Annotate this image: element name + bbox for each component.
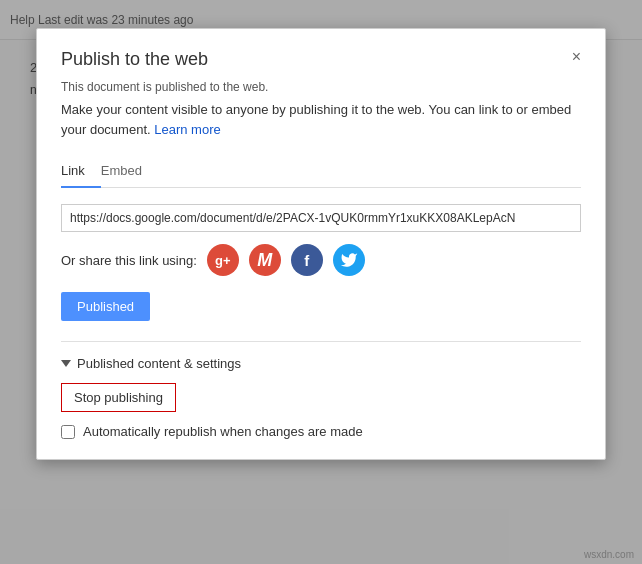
auto-republish-checkbox[interactable] (61, 425, 75, 439)
tab-bar: Link Embed (61, 155, 581, 188)
facebook-icon[interactable]: f (291, 244, 323, 276)
publish-modal: Publish to the web × This document is pu… (36, 28, 606, 460)
google-plus-icon[interactable]: g+ (207, 244, 239, 276)
modal-title: Publish to the web (61, 49, 208, 70)
share-label: Or share this link using: (61, 253, 197, 268)
status-text: This document is published to the web. (61, 80, 581, 94)
modal-header: Publish to the web × (37, 29, 605, 80)
tab-link[interactable]: Link (61, 155, 101, 188)
collapse-triangle[interactable] (61, 360, 71, 367)
gmail-icon[interactable]: M (249, 244, 281, 276)
url-input[interactable] (61, 204, 581, 232)
published-button[interactable]: Published (61, 292, 150, 321)
auto-republish-row: Automatically republish when changes are… (61, 424, 581, 439)
auto-republish-label: Automatically republish when changes are… (83, 424, 363, 439)
tab-embed[interactable]: Embed (101, 155, 158, 188)
close-button[interactable]: × (572, 49, 581, 65)
modal-body: This document is published to the web. M… (37, 80, 605, 459)
section-header: Published content & settings (61, 356, 581, 371)
stop-publishing-button[interactable]: Stop publishing (61, 383, 176, 412)
share-row: Or share this link using: g+ M f (61, 244, 581, 276)
description-text: Make your content visible to anyone by p… (61, 100, 581, 139)
twitter-icon[interactable] (333, 244, 365, 276)
section-title: Published content & settings (77, 356, 241, 371)
divider (61, 341, 581, 342)
learn-more-link[interactable]: Learn more (154, 122, 220, 137)
